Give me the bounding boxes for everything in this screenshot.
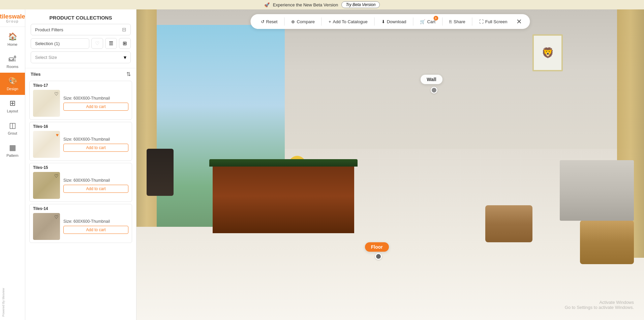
logo-group: Group <box>6 20 19 23</box>
download-button[interactable]: ⬇ Download <box>377 17 411 26</box>
floor-label[interactable]: Floor <box>365 242 389 252</box>
design-icon: 🎨 <box>8 77 17 85</box>
tile-card-14-name: Tiles-14 <box>30 204 132 212</box>
floor-label-dot <box>375 253 382 260</box>
toolbar-divider-5 <box>442 17 442 26</box>
sidebar-item-home-label: Home <box>7 42 17 46</box>
room-scene: 🦁 Wall Floor Activate Windows Go to Sett… <box>136 9 644 320</box>
fullscreen-icon: ⛶ <box>479 19 484 24</box>
tile-card-15: Tiles-15 ♡ Size: 600X600-Thumbnail Add t… <box>29 163 132 202</box>
tile-15-add-to-cart-button[interactable]: Add to cart <box>63 185 128 193</box>
tile-17-add-to-cart-button[interactable]: Add to cart <box>63 103 128 111</box>
toolbar-divider-1 <box>284 17 284 26</box>
desk <box>213 159 354 233</box>
sort-icon[interactable]: ⇅ <box>126 71 131 77</box>
tiles-header: Tiles ⇅ <box>25 68 136 79</box>
chair-back-left <box>147 149 174 196</box>
tile-card-16-name: Tiles-16 <box>30 122 132 130</box>
tile-card-17-name: Tiles-17 <box>30 81 132 88</box>
tile-thumb-14: ♡ <box>33 213 60 240</box>
beta-text: Experience the New Beta Version <box>273 2 338 7</box>
pattern-icon: ▦ <box>9 143 16 152</box>
sidebar-item-pattern[interactable]: ▦ Pattern <box>0 139 25 162</box>
share-icon: ⎘ <box>449 19 452 24</box>
tile-14-size: Size: 600X600-Thumbnail <box>63 219 128 224</box>
logo-area: tileswale Group <box>0 9 25 27</box>
reset-icon: ↺ <box>261 19 265 24</box>
tile-16-add-to-cart-button[interactable]: Add to cart <box>63 144 128 152</box>
close-button[interactable]: ✕ <box>514 16 525 27</box>
tile-thumb-15: ♡ <box>33 172 60 199</box>
share-button[interactable]: ⎘ Share <box>444 17 470 26</box>
sidebar-item-rooms-label: Rooms <box>7 65 19 69</box>
top-toolbar: ↺ Reset ⊕ Compare + Add To Catalogue ⬇ D… <box>251 14 530 29</box>
tiles-label: Tiles <box>31 72 40 77</box>
tile-card-14: Tiles-14 ♡ Size: 600X600-Thumbnail Add t… <box>29 204 132 243</box>
size-chevron-icon: ▾ <box>124 54 126 61</box>
sidebar-item-design-label: Design <box>7 87 18 91</box>
home-icon: 🏠 <box>8 32 17 41</box>
add-to-catalogue-button[interactable]: + Add To Catalogue <box>324 17 372 26</box>
sidebar-item-grout-label: Grout <box>8 131 17 135</box>
list-view-button[interactable]: ☰ <box>105 38 117 49</box>
reset-button[interactable]: ↺ Reset <box>256 17 282 26</box>
product-panel: PRODUCT COLLECTIONS Product Filters ⊟ Se… <box>25 9 136 320</box>
sidebar-item-layout-label: Layout <box>7 109 18 113</box>
fullscreen-button[interactable]: ⛶ Full Screen <box>474 17 512 26</box>
selection-button[interactable]: Selection (1) <box>31 38 89 49</box>
tile-16-fav-icon[interactable]: ♥ <box>56 132 59 138</box>
tile-14-fav-icon[interactable]: ♡ <box>54 214 59 220</box>
tile-thumb-17: ♡ <box>33 90 60 117</box>
compare-icon: ⊕ <box>291 19 295 24</box>
logo-wale: wale <box>12 13 25 20</box>
size-label: Select Size <box>35 55 121 60</box>
nav-items: 🏠 Home 🛋 Rooms 🎨 Design ⊞ Layout ◫ Grout… <box>0 28 25 162</box>
cart-badge: 8 <box>433 16 438 21</box>
selection-row: Selection (1) ♡ ☰ ⊞ <box>31 38 131 49</box>
powered-by: Powered By tilesview <box>2 288 5 317</box>
grid-view-button[interactable]: ⊞ <box>119 38 131 49</box>
tile-thumb-16: ♥ <box>33 131 60 158</box>
toolbar-divider-3 <box>374 17 375 26</box>
beta-banner: 🚀 Experience the New Beta Version Try Be… <box>0 0 644 9</box>
wall-label[interactable]: Wall <box>421 75 442 84</box>
sidebar-item-layout[interactable]: ⊞ Layout <box>0 95 25 117</box>
toolbar-divider-4 <box>413 17 413 26</box>
filter-icon: ⊟ <box>122 27 126 33</box>
tile-card-17: Tiles-17 ♡ Size: 600X600-Thumbnail Add t… <box>29 81 132 120</box>
sidebar-item-pattern-label: Pattern <box>6 153 18 157</box>
sidebar-item-grout[interactable]: ◫ Grout <box>0 117 25 139</box>
favorites-button[interactable]: ♡ <box>91 38 103 49</box>
toolbar-divider-6 <box>472 17 472 26</box>
catalogue-icon: + <box>329 19 331 24</box>
painting: 🦁 <box>532 34 563 71</box>
cart-icon: 🛒 <box>420 19 425 24</box>
panel-header: PRODUCT COLLECTIONS Product Filters ⊟ Se… <box>25 9 136 68</box>
cart-button[interactable]: 🛒 8 Cart <box>415 17 440 26</box>
tile-17-fav-icon[interactable]: ♡ <box>54 91 59 97</box>
tile-15-fav-icon[interactable]: ♡ <box>54 173 59 179</box>
filter-label: Product Filters <box>35 27 119 32</box>
tile-16-size: Size: 600X600-Thumbnail <box>63 137 128 142</box>
cabinet <box>560 160 634 221</box>
tile-17-size: Size: 600X600-Thumbnail <box>63 96 128 101</box>
download-icon: ⬇ <box>381 19 385 24</box>
sidebar-item-rooms[interactable]: 🛋 Rooms <box>0 50 25 73</box>
main-canvas: ↺ Reset ⊕ Compare + Add To Catalogue ⬇ D… <box>136 9 644 320</box>
logo-tiles: tiles <box>0 13 12 20</box>
grout-icon: ◫ <box>9 121 16 130</box>
tile-14-add-to-cart-button[interactable]: Add to cart <box>63 226 128 234</box>
rooms-icon: 🛋 <box>9 55 16 63</box>
product-filters-row[interactable]: Product Filters ⊟ <box>31 24 131 35</box>
chair-right-1 <box>485 205 532 242</box>
try-beta-button[interactable]: Try Beta Version <box>341 1 380 8</box>
compare-button[interactable]: ⊕ Compare <box>286 17 319 26</box>
sidebar-item-design[interactable]: 🎨 Design <box>0 73 25 95</box>
tile-card-16: Tiles-16 ♥ Size: 600X600-Thumbnail Add t… <box>29 122 132 161</box>
toolbar-divider-2 <box>321 17 322 26</box>
desk-top <box>209 159 358 167</box>
sidebar-item-home[interactable]: 🏠 Home <box>0 28 25 50</box>
select-size-row[interactable]: Select Size ▾ <box>31 51 131 63</box>
chair-right-2 <box>580 220 634 264</box>
tile-card-15-name: Tiles-15 <box>30 163 132 171</box>
